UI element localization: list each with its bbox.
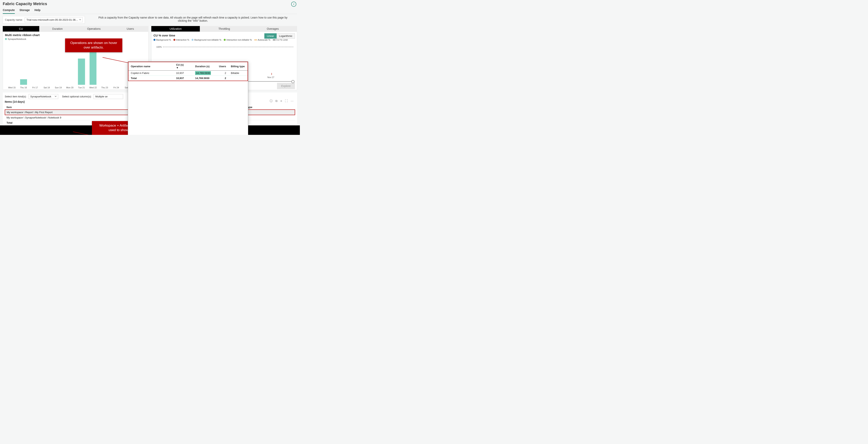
swatch-icon — [174, 39, 175, 41]
chevron-down-icon — [55, 95, 57, 98]
x-label: Wed 15 — [6, 86, 18, 89]
bar[interactable] — [78, 59, 85, 85]
logarithmic-button[interactable]: Logarithmic — [277, 33, 295, 39]
tooltip-total-row: Total 10,937 14,769.5930 2 — [128, 76, 248, 81]
tab-users[interactable]: Users — [112, 26, 149, 32]
more-icon[interactable]: ⋯ — [290, 99, 293, 103]
cu-limit-line — [163, 47, 293, 47]
line-icon — [273, 40, 276, 40]
tab-duration[interactable]: Duration — [39, 26, 76, 32]
tab-help[interactable]: Help — [34, 7, 40, 14]
x-label: Sun 19 — [53, 86, 64, 89]
x-label: Wed 22 — [87, 86, 99, 89]
swatch-icon — [191, 39, 193, 41]
x-label: Thu 16 — [18, 86, 29, 89]
y-label-100: 100% — [156, 46, 162, 48]
x-axis: Wed 15Thu 16Fri 17Sat 18Sun 19Mon 20Tue … — [5, 86, 146, 89]
explore-button[interactable]: Explore — [277, 83, 295, 89]
legend-background: Background % — [153, 39, 171, 41]
bar[interactable] — [20, 79, 27, 85]
legend-autoscale: Autoscale % — [254, 39, 271, 41]
line-icon — [254, 40, 257, 40]
page-title: Fabric Capacity Metrics — [3, 2, 297, 6]
visual-toolbar: ⓘ ⧉ ≡ ⛶ ⋯ — [270, 99, 293, 103]
swatch-icon — [5, 38, 7, 40]
optional-cols-label: Select optional column(s): — [62, 95, 92, 98]
capacity-value: Trial-ruxu-microsoft-com-05-30-2023-01-3… — [26, 18, 78, 21]
bar-slot — [76, 59, 87, 85]
x-label: Tue 21 — [76, 86, 87, 89]
x-label: Mon 20 — [64, 86, 76, 89]
legend-bg-nonbillable: Background non-billable % — [191, 39, 221, 41]
left-panel: CU Duration Operations Users Multi metri… — [3, 26, 149, 90]
tt-col-bill: Billing type — [228, 62, 248, 71]
tooltip-row: Copilot in Fabric 10,937 14,769.5930 2 B… — [128, 71, 248, 76]
right-tab-strip: Utilization Throttling Overages — [151, 26, 297, 32]
legend-synapsenotebook: SynapseNotebook — [5, 38, 26, 40]
bar-slot — [18, 79, 29, 85]
tab-compute[interactable]: Compute — [3, 7, 15, 14]
x-label: Fri 24 — [111, 86, 122, 89]
cu-chart-title: CU % over time — [153, 34, 175, 37]
scale-toggle: Linear Logarithmic — [265, 33, 295, 39]
capacity-dropdown[interactable]: Trial-ruxu-microsoft-com-05-30-2023-01-3… — [25, 18, 83, 22]
helper-text: Pick a capacity from the Capacity name s… — [89, 16, 297, 22]
sort-desc-icon: ▼ — [176, 66, 179, 69]
tooltip-highlight: Operation name CU (s)▼ Duration (s) User… — [128, 62, 248, 81]
tab-throttling[interactable]: Throttling — [200, 26, 248, 32]
slicer-row: Capacity name: Trial-ruxu-microsoft-com-… — [3, 16, 297, 24]
annotation-operations: Operations are shown on hover over artif… — [65, 38, 122, 52]
operation-tooltip: Operation name CU (s)▼ Duration (s) User… — [128, 62, 248, 135]
bar[interactable] — [90, 47, 96, 85]
filter-icon[interactable]: ≡ — [280, 99, 282, 103]
info-icon[interactable]: i — [291, 2, 296, 7]
tt-col-dur: Duration (s) — [193, 62, 217, 71]
chevron-down-icon — [79, 18, 81, 21]
capacity-label: Capacity name: — [5, 18, 23, 21]
legend-cu-limit: CU % Limit — [273, 39, 288, 41]
x-label: Sat 18 — [41, 86, 53, 89]
tick-icon — [272, 73, 272, 75]
bar-slot — [87, 47, 99, 85]
legend-interactive: Interactive % — [174, 39, 189, 41]
col-item[interactable]: Item — [5, 105, 132, 109]
cu-legend: Background % Interactive % Background no… — [153, 39, 295, 41]
top-tabs: Compute Storage Help — [3, 7, 297, 14]
optional-cols-dropdown[interactable]: Multiple se — [94, 94, 123, 99]
tab-storage[interactable]: Storage — [20, 7, 30, 14]
tt-col-op: Operation name — [128, 62, 174, 71]
tab-utilization[interactable]: Utilization — [151, 26, 200, 32]
item-kind-dropdown[interactable]: SynapseNotebook — [29, 94, 58, 99]
swatch-icon — [224, 39, 226, 41]
tab-overages[interactable]: Overages — [249, 26, 297, 32]
copy-icon[interactable]: ⧉ — [275, 99, 278, 103]
tt-col-users: Users — [217, 62, 228, 71]
item-kind-label: Select item kind(s): — [5, 95, 27, 98]
tt-col-cu: CU (s)▼ — [174, 62, 193, 71]
tab-operations[interactable]: Operations — [76, 26, 112, 32]
legend-interactive-nonbillable: Interactive non-billable % — [224, 39, 252, 41]
linear-button[interactable]: Linear — [265, 33, 277, 39]
capacity-slicer: Capacity name: Trial-ruxu-microsoft-com-… — [3, 16, 85, 24]
ribbon-chart-title: Multi metric ribbon chart — [5, 33, 146, 37]
tab-cu[interactable]: CU — [3, 26, 39, 32]
focus-mode-icon[interactable]: ⛶ — [285, 99, 288, 103]
swatch-icon — [153, 39, 155, 41]
left-tab-strip: CU Duration Operations Users — [3, 26, 149, 32]
x-label: Fri 17 — [29, 86, 41, 89]
help-icon[interactable]: ⓘ — [270, 99, 273, 103]
tooltip-table: Operation name CU (s)▼ Duration (s) User… — [128, 62, 248, 81]
x-label: Thu 23 — [99, 86, 111, 89]
